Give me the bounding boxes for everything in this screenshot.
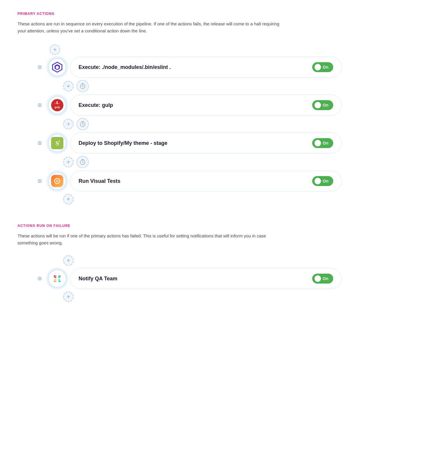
toggle-gulp[interactable]: On [312, 100, 333, 110]
action-row-shopify: S Deploy to Shopify/My theme - stage On [35, 133, 342, 154]
svg-rect-20 [58, 277, 60, 278]
toggle-label-shopify: On [323, 141, 328, 145]
action-icon-shopify: S [48, 134, 67, 152]
gulp-icon: gulp [51, 99, 63, 111]
svg-rect-25 [58, 279, 60, 280]
action-card-notify-qa[interactable]: Notify QA Team On [70, 268, 342, 289]
toggle-knob-visual-tests [315, 178, 321, 184]
action-row-visual-tests: Run Visual Tests On [35, 171, 342, 192]
svg-point-27 [59, 281, 61, 282]
failure-actions-section: ACTIONS RUN ON FAILURE These actions wil… [18, 224, 430, 302]
action-card-visual-tests[interactable]: Run Visual Tests On [70, 171, 342, 192]
action-icon-visual-tests [48, 172, 67, 190]
svg-rect-6 [57, 101, 58, 104]
drag-handle-shopify[interactable] [35, 138, 44, 148]
add-failure-action-button-top[interactable]: + [63, 255, 74, 266]
shopify-icon: S [51, 137, 63, 149]
toggle-knob-shopify [315, 140, 321, 146]
action-label-gulp: Execute: gulp [79, 102, 113, 108]
failure-actions-title: ACTIONS RUN ON FAILURE [18, 224, 430, 228]
svg-rect-17 [54, 277, 56, 278]
toggle-notify-qa[interactable]: On [312, 274, 333, 284]
timer-button-2[interactable] [77, 118, 89, 130]
failure-actions-list: + [18, 255, 430, 302]
failure-actions-description: These actions will be run if one of the … [18, 232, 280, 246]
primary-actions-section: PRIMARY ACTIONS These actions are run in… [18, 12, 430, 206]
action-card-eslint[interactable]: Execute: ./node_modules/.bin/eslint . On [70, 57, 342, 78]
drag-handle-notify-qa[interactable] [35, 274, 44, 283]
toggle-knob-gulp [315, 102, 321, 108]
svg-rect-22 [54, 279, 56, 280]
primary-actions-list: + Execute: ./node_modu [18, 43, 430, 206]
add-action-button-3[interactable]: + [63, 157, 74, 167]
action-row-notify-qa: Notify QA Team On [35, 268, 342, 289]
primary-actions-description: These actions are run in sequence on eve… [18, 20, 280, 34]
action-icon-gulp: gulp [48, 96, 67, 114]
add-action-button-1[interactable]: + [63, 81, 74, 91]
timer-button-3[interactable] [77, 156, 89, 168]
slack-icon [51, 272, 63, 285]
svg-point-24 [54, 281, 55, 282]
toggle-eslint[interactable]: On [312, 62, 333, 72]
add-action-button-0[interactable]: + [50, 44, 60, 55]
action-label-eslint: Execute: ./node_modules/.bin/eslint . [79, 64, 171, 70]
svg-text:S: S [55, 140, 59, 147]
action-label-notify-qa: Notify QA Team [79, 276, 117, 282]
toggle-knob-eslint [315, 64, 321, 70]
action-icon-slack [48, 269, 67, 288]
action-label-shopify: Deploy to Shopify/My theme - stage [79, 140, 167, 146]
action-card-gulp[interactable]: Execute: gulp On [70, 95, 342, 116]
drag-handle-visual-tests[interactable] [35, 176, 44, 186]
add-failure-action-button-bottom[interactable]: + [63, 291, 74, 302]
visual-tests-icon [51, 175, 63, 187]
toggle-visual-tests[interactable]: On [312, 176, 333, 186]
toggle-label-notify-qa: On [323, 276, 328, 281]
svg-text:gulp: gulp [55, 106, 60, 109]
action-row-gulp: gulp Execute: gulp On [35, 95, 342, 116]
toggle-knob-notify-qa [315, 275, 321, 282]
timer-button-1[interactable] [77, 80, 89, 92]
action-card-shopify[interactable]: Deploy to Shopify/My theme - stage On [70, 133, 342, 154]
toggle-label-visual-tests: On [323, 179, 328, 183]
add-action-button-2[interactable]: + [63, 119, 74, 129]
eslint-icon [51, 61, 63, 73]
drag-handle-gulp[interactable] [35, 100, 44, 110]
svg-point-21 [59, 275, 61, 277]
action-row-eslint: Execute: ./node_modules/.bin/eslint . On [35, 57, 342, 78]
action-label-visual-tests: Run Visual Tests [79, 178, 120, 184]
toggle-label-eslint: On [323, 65, 328, 70]
svg-point-15 [57, 180, 58, 182]
add-action-button-bottom-primary[interactable]: + [63, 194, 74, 204]
toggle-shopify[interactable]: On [312, 138, 333, 148]
drag-handle-eslint[interactable] [35, 62, 44, 72]
action-icon-eslint [48, 58, 67, 77]
primary-actions-title: PRIMARY ACTIONS [18, 12, 430, 16]
svg-point-18 [54, 275, 55, 277]
toggle-label-gulp: On [323, 103, 328, 107]
add-button-wrapper-top: + [35, 44, 60, 55]
